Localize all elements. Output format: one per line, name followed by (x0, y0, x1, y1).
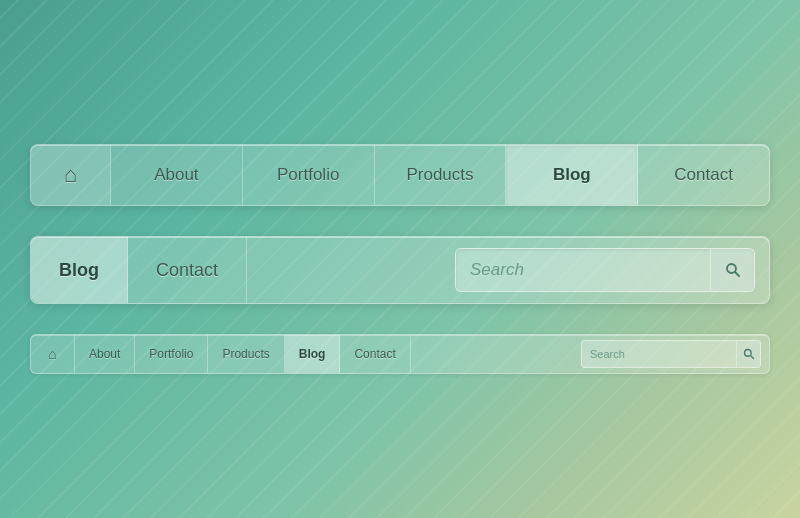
home-icon: ⌂ (64, 162, 77, 188)
nav-medium: Blog Contact (30, 236, 770, 304)
nav-large-contact[interactable]: Contact (638, 145, 769, 205)
nav-small-products[interactable]: Products (208, 335, 284, 373)
nav-small-home[interactable]: ⌂ (31, 335, 75, 373)
nav-small-contact[interactable]: Contact (340, 335, 410, 373)
home-icon-small: ⌂ (48, 346, 56, 362)
nav-large-products[interactable]: Products (375, 145, 507, 205)
nav-medium-contact[interactable]: Contact (128, 237, 247, 303)
nav-medium-search-button[interactable] (710, 248, 754, 292)
svg-line-3 (750, 356, 753, 359)
nav-small-search-box (581, 340, 761, 368)
search-icon (725, 262, 741, 278)
nav-medium-search-area (247, 237, 769, 303)
nav-large-about[interactable]: About (111, 145, 243, 205)
nav-small-search-area (411, 335, 769, 373)
nav-large-home[interactable]: ⌂ (31, 145, 111, 205)
nav-small-about[interactable]: About (75, 335, 135, 373)
nav-small-portfolio[interactable]: Portfolio (135, 335, 208, 373)
nav-medium-blog[interactable]: Blog (31, 237, 128, 303)
nav-small-search-input[interactable] (582, 348, 736, 360)
nav-medium-items: Blog Contact (31, 237, 247, 303)
nav-medium-search-box (455, 248, 755, 292)
nav-large-portfolio[interactable]: Portfolio (243, 145, 375, 205)
page-wrapper: ⌂ About Portfolio Products Blog Contact … (0, 0, 800, 518)
nav-small: ⌂ About Portfolio Products Blog Contact (30, 334, 770, 374)
search-icon-small (743, 348, 755, 360)
nav-large: ⌂ About Portfolio Products Blog Contact (30, 144, 770, 206)
nav-small-search-button[interactable] (736, 340, 760, 368)
svg-line-1 (735, 272, 739, 276)
nav-medium-search-input[interactable] (456, 260, 710, 280)
nav-small-blog[interactable]: Blog (285, 335, 341, 373)
nav-large-blog[interactable]: Blog (506, 145, 638, 205)
